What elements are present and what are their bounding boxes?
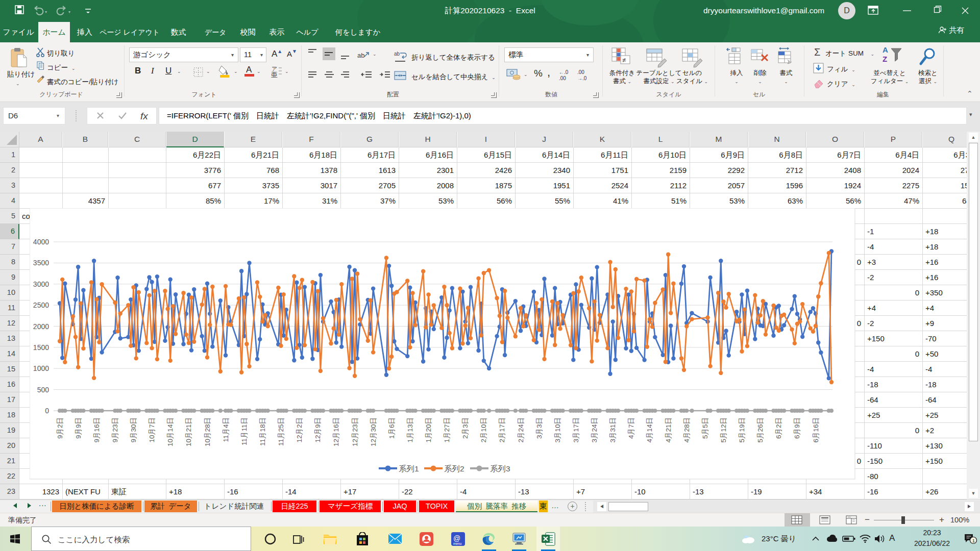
svg-text:1月6日: 1月6日 (388, 417, 396, 439)
svg-text:3500: 3500 (33, 259, 49, 267)
svg-text:6月9日: 6月9日 (793, 417, 801, 439)
svg-text:2月10日: 2月10日 (480, 417, 487, 443)
svg-text:500: 500 (37, 386, 50, 394)
svg-text:10月21日: 10月21日 (185, 417, 192, 446)
svg-text:ab: ab (357, 52, 364, 59)
svg-text:3000: 3000 (33, 280, 49, 288)
svg-text:.00: .00 (559, 76, 566, 81)
svg-text:系列1: 系列1 (399, 464, 419, 473)
svg-text:12月23日: 12月23日 (351, 417, 359, 446)
svg-text:3月10日: 3月10日 (554, 417, 561, 443)
svg-text:10月14日: 10月14日 (166, 417, 174, 446)
svg-text:1000: 1000 (33, 364, 49, 372)
svg-text:6月2日: 6月2日 (775, 417, 782, 439)
svg-text:1月13日: 1月13日 (406, 417, 414, 443)
svg-text:1月20日: 1月20日 (425, 417, 432, 443)
svg-text:fx: fx (140, 111, 149, 121)
svg-text:3月24日: 3月24日 (591, 417, 598, 443)
svg-text:3月3日: 3月3日 (535, 417, 543, 439)
svg-text:9月16日: 9月16日 (93, 417, 101, 443)
svg-text:9月30日: 9月30日 (130, 417, 137, 443)
svg-text:11月4日: 11月4日 (222, 417, 230, 442)
svg-text:→.0: →.0 (577, 76, 587, 81)
svg-text:10月28日: 10月28日 (204, 417, 211, 446)
svg-text:5月19日: 5月19日 (738, 417, 746, 443)
svg-text:≠: ≠ (622, 56, 626, 64)
svg-text:1月27日: 1月27日 (443, 417, 451, 443)
svg-text:9月9日: 9月9日 (75, 417, 82, 439)
svg-text:0: 0 (45, 407, 49, 415)
svg-text:11月11日: 11月11日 (240, 417, 248, 445)
svg-text:5月26日: 5月26日 (756, 417, 764, 443)
svg-text:4月7日: 4月7日 (627, 417, 635, 439)
svg-text:9月23日: 9月23日 (111, 417, 119, 443)
svg-text:10月7日: 10月7日 (148, 417, 156, 443)
svg-text:12月30日: 12月30日 (370, 417, 377, 446)
svg-text:2000: 2000 (33, 322, 49, 331)
svg-text:1500: 1500 (33, 343, 49, 352)
svg-text:3月31日: 3月31日 (609, 417, 617, 443)
svg-text:系列3: 系列3 (490, 464, 510, 473)
svg-text:12月9日: 12月9日 (314, 417, 322, 443)
svg-text:系列2: 系列2 (444, 464, 464, 473)
svg-text:2月24日: 2月24日 (517, 417, 525, 443)
svg-text:ab: ab (394, 51, 400, 57)
svg-text:4000: 4000 (33, 238, 49, 246)
svg-text:2月3日: 2月3日 (461, 417, 469, 439)
svg-text:4月21日: 4月21日 (665, 417, 672, 443)
svg-text:9月2日: 9月2日 (56, 417, 64, 439)
svg-text:1: 1 (972, 538, 975, 543)
svg-text:3月17日: 3月17日 (572, 417, 580, 443)
svg-text:5月12日: 5月12日 (720, 417, 727, 443)
svg-text:5月5日: 5月5日 (701, 417, 709, 439)
svg-text:2500: 2500 (33, 301, 49, 309)
svg-text:11月18日: 11月18日 (259, 417, 266, 446)
svg-text:4月28日: 4月28日 (683, 417, 691, 443)
svg-text:4月14日: 4月14日 (646, 417, 653, 443)
svg-text:menu: menu (453, 542, 462, 545)
svg-text:12月16日: 12月16日 (332, 417, 340, 446)
svg-text:2月17日: 2月17日 (498, 417, 506, 443)
svg-text:←.0: ←.0 (559, 69, 569, 75)
svg-text:6月16日: 6月16日 (812, 417, 820, 443)
svg-text:11月25日: 11月25日 (277, 417, 285, 446)
svg-text:亜: 亜 (271, 71, 278, 78)
svg-text:12月2日: 12月2日 (296, 417, 303, 443)
svg-text:.00: .00 (577, 69, 584, 75)
